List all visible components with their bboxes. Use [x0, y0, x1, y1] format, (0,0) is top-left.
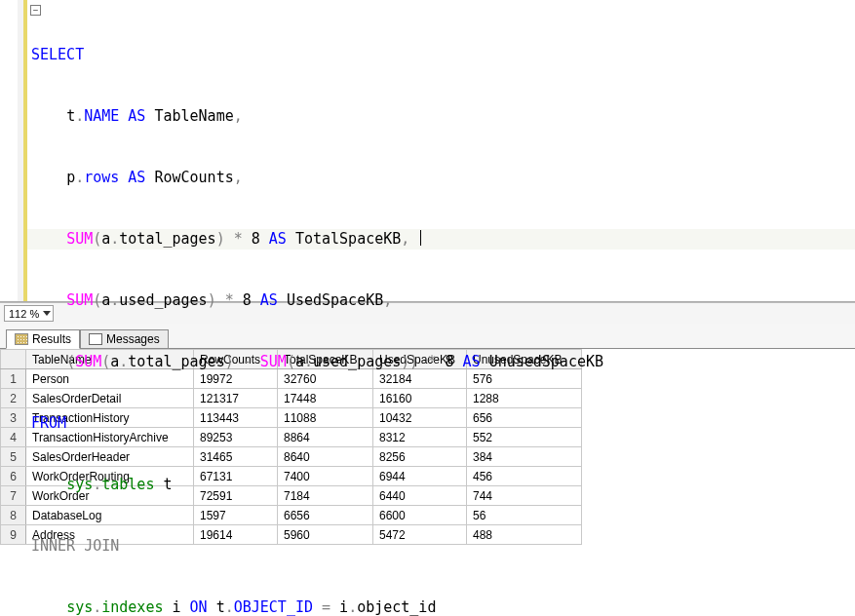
- code-line: sys.indexes i ON t.OBJECT_ID = i.object_…: [27, 597, 855, 616]
- code-line-current: SUM(a.total_pages) * 8 AS TotalSpaceKB,: [27, 229, 855, 250]
- row-number[interactable]: 7: [1, 486, 26, 506]
- row-number[interactable]: 9: [1, 525, 26, 545]
- row-number[interactable]: 8: [1, 506, 26, 525]
- row-number[interactable]: 2: [1, 389, 26, 408]
- tab-messages-label: Messages: [106, 332, 160, 346]
- code-area[interactable]: SELECT t.NAME AS TableName, p.rows AS Ro…: [27, 0, 855, 301]
- code-line: SELECT: [27, 45, 855, 65]
- code-line: p.rows AS RowCounts,: [27, 168, 855, 188]
- code-line: sys.tables t: [27, 475, 855, 495]
- grid-icon: [15, 333, 28, 345]
- editor-margin: [0, 0, 18, 301]
- keyword-from: FROM: [31, 414, 66, 432]
- row-number[interactable]: 1: [1, 369, 26, 389]
- text-caret: [420, 230, 421, 246]
- messages-icon: [89, 333, 102, 345]
- row-number[interactable]: 5: [1, 447, 26, 467]
- row-number[interactable]: 6: [1, 467, 26, 486]
- tab-messages[interactable]: Messages: [80, 329, 169, 349]
- tab-results[interactable]: Results: [6, 329, 80, 349]
- sql-editor-pane: − SELECT t.NAME AS TableName, p.rows AS …: [0, 0, 855, 302]
- row-number[interactable]: 3: [1, 408, 26, 428]
- keyword-select: SELECT: [31, 46, 84, 63]
- code-line: INNER JOIN: [27, 536, 855, 557]
- code-line: FROM: [27, 413, 855, 434]
- row-number[interactable]: 4: [1, 428, 26, 447]
- tab-results-label: Results: [32, 332, 71, 346]
- code-line: t.NAME AS TableName,: [27, 106, 855, 127]
- code-line: SUM(a.used_pages) * 8 AS UsedSpaceKB,: [27, 290, 855, 311]
- code-line: (SUM(a.total_pages) - SUM(a.used_pages))…: [27, 352, 855, 372]
- row-header-corner[interactable]: [1, 350, 26, 369]
